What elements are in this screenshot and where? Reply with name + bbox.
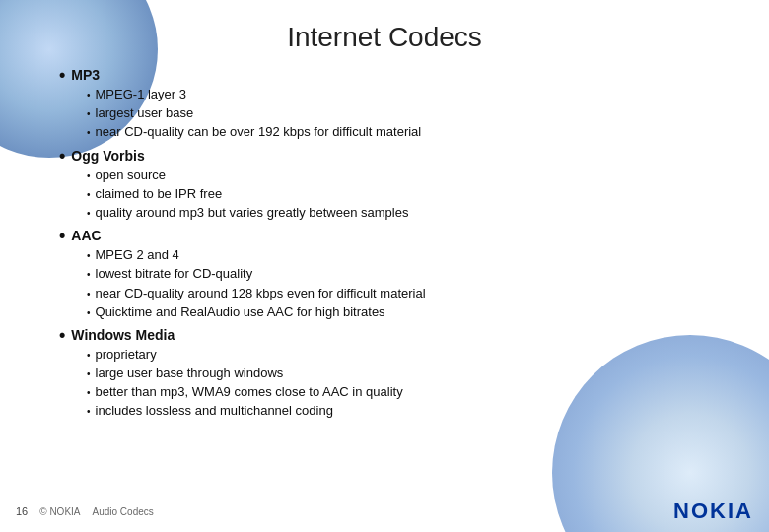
list-item: • near CD-quality can be over 192 kbps f… <box>87 123 710 141</box>
sub-dot: • <box>87 207 91 221</box>
sub-item-text: proprietary <box>96 346 157 364</box>
section-windows-media: • Windows Media • proprietary • large us… <box>59 327 710 421</box>
sub-item-text: near CD-quality around 128 kbps even for… <box>96 285 426 302</box>
sub-dot: • <box>87 169 91 183</box>
sub-dot: • <box>87 288 91 301</box>
section-ogg-subitems: • open source • claimed to be IPR free •… <box>59 166 710 223</box>
section-mp3-text: MP3 <box>71 67 100 83</box>
list-item: • largest user base <box>87 104 710 122</box>
bullet-dot-windows: • <box>59 326 65 344</box>
list-item: • near CD-quality around 128 kbps even f… <box>87 285 710 302</box>
sub-dot: • <box>87 405 91 419</box>
sub-dot: • <box>87 349 91 363</box>
sub-item-text: MPEG-1 layer 3 <box>96 86 186 103</box>
sub-dot: • <box>87 268 91 282</box>
sub-item-text: large user base through windows <box>96 365 284 382</box>
sub-item-text: includes lossless and multichannel codin… <box>96 402 333 420</box>
sub-item-text: open source <box>96 166 167 184</box>
sub-item-text: near CD-quality can be over 192 kbps for… <box>96 123 422 141</box>
section-windows-media-label: • Windows Media <box>59 327 710 344</box>
section-mp3-subitems: • MPEG-1 layer 3 • largest user base • n… <box>59 86 710 142</box>
sub-dot: • <box>87 107 91 121</box>
sub-dot: • <box>87 386 91 400</box>
list-item: • quality around mp3 but varies greatly … <box>87 204 710 222</box>
list-item: • MPEG 2 and 4 <box>87 246 710 264</box>
list-item: • includes lossless and multichannel cod… <box>87 402 710 420</box>
slide-footer: 16 © NOKIA Audio Codecs NOKIA <box>0 499 769 524</box>
section-ogg-text: Ogg Vorbis <box>71 148 144 164</box>
list-item: • lowest bitrate for CD-quality <box>87 265 710 283</box>
section-aac-subitems: • MPEG 2 and 4 • lowest bitrate for CD-q… <box>59 246 710 321</box>
sub-item-text: MPEG 2 and 4 <box>96 246 179 264</box>
nokia-logo-text: NOKIA <box>673 499 753 524</box>
slide-title: Internet Codecs <box>0 0 769 63</box>
slide: Internet Codecs • MP3 • MPEG-1 layer 3 •… <box>0 0 769 532</box>
section-aac: • AAC • MPEG 2 and 4 • lowest bitrate fo… <box>59 228 710 321</box>
sub-dot: • <box>87 126 91 140</box>
footer-left: 16 © NOKIA Audio Codecs <box>16 505 154 517</box>
section-windows-media-text: Windows Media <box>71 327 175 343</box>
list-item: • proprietary <box>87 346 710 364</box>
sub-dot: • <box>87 188 91 202</box>
sub-dot: • <box>87 367 91 381</box>
bullet-dot-mp3: • <box>59 66 65 84</box>
sub-dot: • <box>87 249 91 263</box>
bullet-dot-aac: • <box>59 227 65 244</box>
sub-item-text: better than mp3, WMA9 comes close to AAC… <box>96 383 403 401</box>
list-item: • claimed to be IPR free <box>87 185 710 203</box>
list-item: • large user base through windows <box>87 365 710 382</box>
nokia-logo: NOKIA <box>673 499 753 524</box>
list-item: • Quicktime and RealAudio use AAC for hi… <box>87 303 710 321</box>
section-ogg-label: • Ogg Vorbis <box>59 148 710 165</box>
page-number: 16 <box>16 505 28 517</box>
sub-item-text: largest user base <box>96 104 194 122</box>
section-mp3-label: • MP3 <box>59 67 710 84</box>
sub-item-text: quality around mp3 but varies greatly be… <box>96 204 409 222</box>
sub-item-text: Quicktime and RealAudio use AAC for high… <box>96 303 385 321</box>
list-item: • open source <box>87 166 710 184</box>
section-aac-label: • AAC <box>59 228 710 244</box>
section-ogg: • Ogg Vorbis • open source • claimed to … <box>59 148 710 223</box>
sub-dot: • <box>87 89 91 102</box>
sub-item-text: lowest bitrate for CD-quality <box>96 265 253 283</box>
slide-content: • MP3 • MPEG-1 layer 3 • largest user ba… <box>0 63 769 431</box>
bullet-dot-ogg: • <box>59 147 65 165</box>
section-aac-text: AAC <box>71 228 101 243</box>
sub-item-text: claimed to be IPR free <box>96 185 223 203</box>
footer-section: Audio Codecs <box>93 506 154 517</box>
section-windows-media-subitems: • proprietary • large user base through … <box>59 346 710 421</box>
list-item: • better than mp3, WMA9 comes close to A… <box>87 383 710 401</box>
sub-dot: • <box>87 306 91 320</box>
footer-copyright: © NOKIA <box>39 506 80 517</box>
list-item: • MPEG-1 layer 3 <box>87 86 710 103</box>
section-mp3: • MP3 • MPEG-1 layer 3 • largest user ba… <box>59 67 710 142</box>
